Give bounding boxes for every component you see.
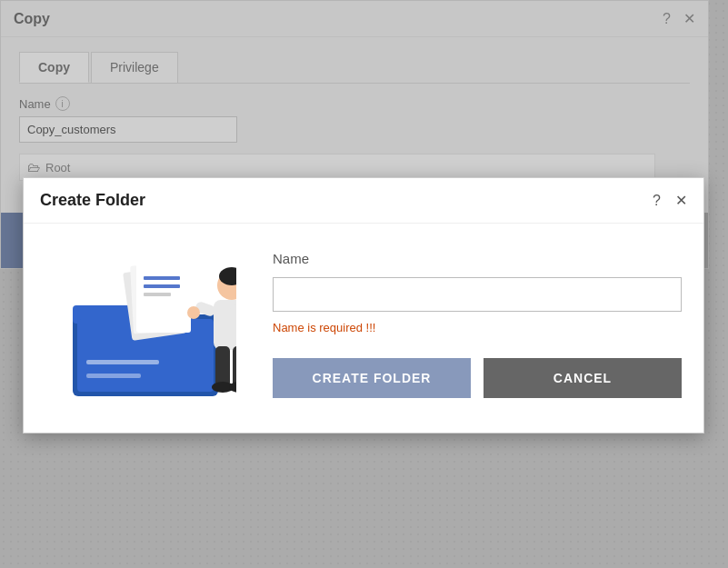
svg-point-16: [187, 306, 200, 319]
svg-rect-10: [144, 293, 171, 296]
cf-create-button[interactable]: CREATE FOLDER: [273, 358, 471, 398]
svg-rect-3: [86, 360, 159, 364]
cf-footer: CREATE FOLDER CANCEL: [273, 358, 682, 398]
cf-error-message: Name is required !!!: [273, 321, 682, 334]
create-folder-dialog: Create Folder ? ✕: [23, 177, 704, 433]
cf-titlebar: Create Folder ? ✕: [24, 178, 703, 224]
cf-name-input[interactable]: [273, 277, 682, 312]
svg-rect-9: [144, 284, 180, 288]
cf-body: Name Name is required !!! CREATE FOLDER …: [24, 224, 703, 433]
cf-close-icon[interactable]: ✕: [675, 192, 687, 209]
cf-cancel-button[interactable]: CANCEL: [484, 358, 682, 398]
cf-title: Create Folder: [40, 191, 145, 210]
cf-titlebar-actions: ? ✕: [653, 192, 687, 209]
svg-rect-17: [215, 346, 230, 387]
cf-name-label: Name: [273, 251, 682, 266]
svg-rect-18: [233, 346, 236, 387]
svg-rect-8: [144, 276, 180, 280]
cf-help-icon[interactable]: ?: [653, 193, 661, 209]
folder-illustration: [45, 242, 245, 405]
svg-rect-4: [86, 374, 141, 378]
cf-form: Name Name is required !!! CREATE FOLDER …: [273, 242, 682, 405]
